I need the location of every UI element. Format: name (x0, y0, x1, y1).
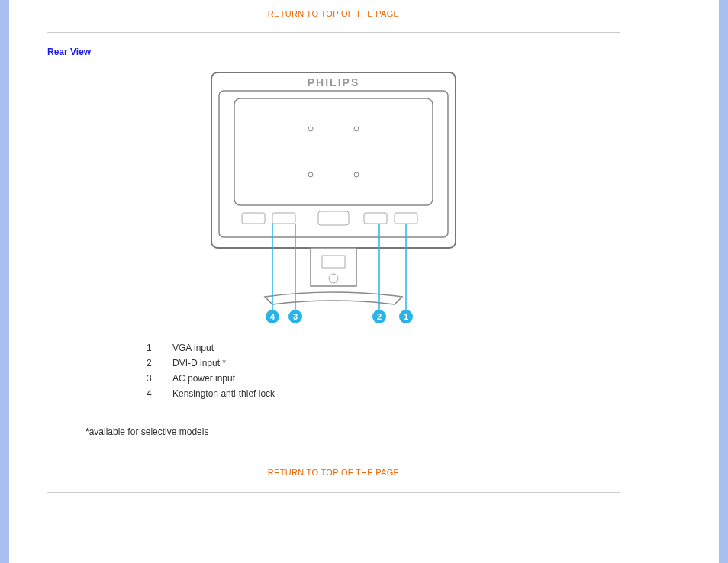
legend-table: 1 VGA input 2 DVI-D input * 3 AC power i… (147, 343, 620, 399)
page-container: RETURN TO TOP OF THE PAGE Rear View PHIL… (0, 0, 728, 563)
legend-num: 3 (147, 373, 156, 384)
svg-text:1: 1 (404, 312, 408, 321)
divider-bottom (47, 492, 620, 493)
monitor-back-panel (234, 98, 433, 205)
legend-num: 4 (147, 388, 156, 399)
callout-badge-3: 3 (288, 310, 302, 323)
rear-view-diagram: PHILIPS (47, 68, 620, 327)
left-gutter (9, 0, 40, 563)
brand-label: PHILIPS (308, 76, 359, 88)
divider-top (47, 32, 620, 33)
callout-badge-2: 2 (372, 310, 386, 323)
legend-row: 4 Kensington anti-thief lock (147, 388, 620, 399)
svg-text:3: 3 (293, 312, 298, 321)
svg-text:2: 2 (377, 312, 382, 321)
callout-badge-4: 4 (266, 310, 279, 323)
legend-row: 1 VGA input (147, 343, 620, 353)
right-gutter (627, 0, 719, 563)
return-to-top-link[interactable]: RETURN TO TOP OF THE PAGE (47, 9, 620, 18)
return-to-top-link-bottom[interactable]: RETURN TO TOP OF THE PAGE (47, 468, 620, 477)
legend-row: 3 AC power input (147, 373, 620, 384)
right-rail (719, 0, 728, 563)
monitor-rear-svg: PHILIPS (196, 68, 471, 327)
legend-label: Kensington anti-thief lock (172, 388, 275, 399)
legend-label: VGA input (172, 343, 214, 353)
callout-badge-1: 1 (399, 310, 413, 323)
legend-row: 2 DVI-D input * (147, 358, 620, 368)
legend-num: 2 (147, 358, 156, 368)
legend-label: AC power input (172, 373, 235, 384)
content-column: RETURN TO TOP OF THE PAGE Rear View PHIL… (40, 0, 627, 563)
section-title: Rear View (47, 47, 620, 57)
monitor-neck (311, 248, 356, 286)
legend-label: DVI-D input * (172, 358, 226, 368)
svg-text:4: 4 (270, 312, 275, 321)
left-rail (0, 0, 9, 563)
monitor-base (265, 292, 402, 304)
legend-num: 1 (147, 343, 156, 353)
footnote: *available for selective models (85, 426, 620, 437)
